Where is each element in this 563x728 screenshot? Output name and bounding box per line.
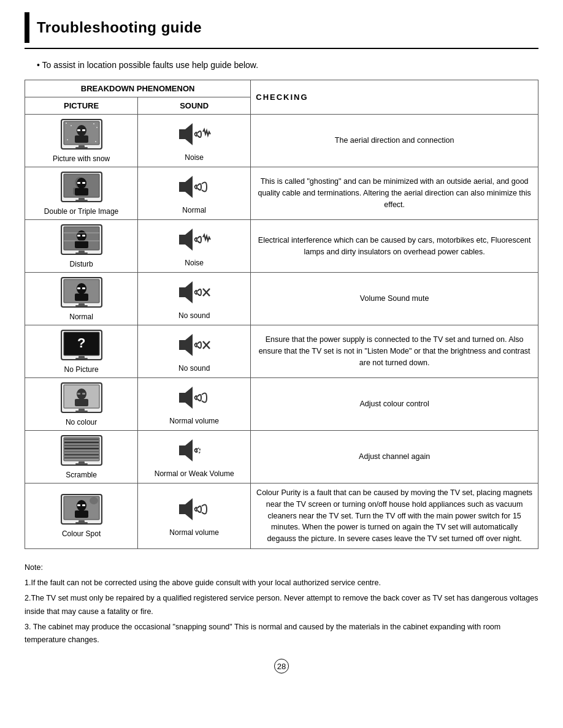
note-item-1: 1.If the fault can not be corrected usin… — [25, 577, 538, 590]
picture-cell-5: ? No Picture — [25, 325, 138, 378]
table-row: Scramble Normal or Weak Volume Adjust ch… — [25, 431, 538, 483]
svg-rect-23 — [77, 182, 80, 184]
picture-cell-3: Disturb — [25, 220, 138, 273]
svg-rect-22 — [75, 188, 88, 195]
svg-marker-50 — [185, 281, 193, 303]
sound-label-5: No sound — [143, 364, 245, 373]
picture-cell-8: Colour Spot — [25, 483, 138, 549]
sound-label-6: Normal volume — [143, 417, 245, 425]
note-item-2: 2.The TV set must only be repaired by a … — [25, 592, 538, 618]
sound-label-1: Noise — [143, 153, 245, 162]
svg-text:?: ? — [77, 335, 85, 351]
checking-text-6: Adjust colour control — [251, 378, 538, 431]
svg-rect-69 — [75, 411, 88, 412]
svg-rect-49 — [179, 287, 185, 297]
svg-rect-4 — [75, 135, 88, 143]
picture-label-2: Double or Triple Image — [30, 207, 132, 216]
svg-rect-66 — [77, 393, 80, 395]
sound-label-4: No sound — [143, 311, 245, 320]
svg-rect-58 — [179, 340, 185, 350]
svg-point-9 — [93, 123, 94, 124]
table-row: ? No Picture No sound Ensure that the po… — [25, 325, 538, 378]
svg-rect-94 — [179, 504, 185, 514]
svg-rect-57 — [75, 358, 88, 359]
svg-rect-27 — [179, 182, 185, 192]
sound-cell-5: No sound — [138, 325, 251, 378]
notes-section: Note: 1.If the fault can not be correcte… — [25, 561, 538, 647]
svg-marker-16 — [185, 123, 193, 145]
svg-rect-32 — [75, 241, 88, 248]
page-number-section: 28 — [25, 659, 538, 673]
table-row: Picture with snow Noise The aerial direc… — [25, 115, 538, 167]
svg-rect-24 — [82, 182, 85, 184]
svg-rect-89 — [77, 504, 80, 506]
svg-marker-84 — [185, 439, 193, 461]
svg-rect-48 — [75, 305, 88, 306]
page-title: Troubleshooting guide — [37, 19, 202, 36]
checking-text-7: Adjust channel again — [251, 431, 538, 483]
noise-icon-1 — [174, 119, 214, 149]
picture-cell-2: Double or Triple Image — [25, 167, 138, 220]
no-sound-icon-4 — [174, 278, 214, 307]
checking-header: CHECKING — [251, 80, 538, 115]
tv-nocolour-icon — [60, 382, 103, 414]
svg-point-11 — [67, 139, 68, 140]
sound-label-2: Normal — [143, 206, 245, 214]
sound-cell-6: Normal volume — [138, 378, 251, 431]
svg-rect-93 — [75, 522, 88, 523]
svg-rect-67 — [82, 393, 85, 395]
picture-label-8: Colour Spot — [30, 529, 132, 538]
page-header: Troubleshooting guide — [25, 12, 538, 49]
checking-text-1: The aerial direction and connection — [251, 115, 538, 167]
svg-rect-33 — [77, 235, 80, 237]
picture-cell-4: Normal — [25, 273, 138, 325]
table-row: Double or Triple Image Normal This is ca… — [25, 167, 538, 220]
svg-rect-34 — [82, 235, 85, 237]
svg-point-7 — [66, 123, 67, 124]
checking-text-2: This is called "ghosting" and can be min… — [251, 167, 538, 220]
picture-cell-1: Picture with snow — [25, 115, 138, 167]
table-row: Disturb Noise Electrical interference wh… — [25, 220, 538, 273]
sound-cell-8: Normal volume — [138, 483, 251, 549]
svg-rect-83 — [179, 446, 185, 455]
sound-cell-1: Noise — [138, 115, 251, 167]
table-row: No colour Normal volume Adjust colour co… — [25, 378, 538, 431]
table-row: Normal No sound Volume Sound mute — [25, 273, 538, 325]
checking-text-4: Volume Sound mute — [251, 273, 538, 325]
picture-label-6: No colour — [30, 418, 132, 427]
header-bar — [25, 12, 29, 43]
tv-nopicture-icon: ? — [60, 329, 103, 361]
notes-title: Note: — [25, 561, 538, 574]
svg-point-12 — [95, 141, 96, 142]
no-sound-icon-5 — [174, 330, 214, 360]
normal-volume-icon-8 — [174, 495, 214, 524]
svg-rect-46 — [82, 287, 85, 289]
svg-rect-45 — [77, 287, 80, 289]
tv-scramble-icon — [60, 434, 103, 466]
picture-label-7: Scramble — [30, 471, 132, 479]
picture-cell-6: No colour — [25, 378, 138, 431]
breakdown-header: BREAKDOWN PHENOMENON — [25, 80, 251, 97]
tv-double-icon — [60, 171, 103, 203]
svg-point-91 — [90, 497, 98, 504]
svg-marker-71 — [185, 387, 193, 409]
sound-cell-3: Noise — [138, 220, 251, 273]
note-item-3: 3. The cabinet may produce the occasiona… — [25, 621, 538, 647]
tv-disturb-icon — [60, 224, 103, 256]
svg-rect-90 — [82, 504, 85, 506]
svg-point-10 — [96, 127, 98, 128]
picture-label-3: Disturb — [30, 260, 132, 268]
svg-rect-15 — [179, 129, 185, 139]
tv-snow-icon — [60, 118, 103, 150]
svg-marker-95 — [185, 498, 193, 520]
svg-rect-82 — [75, 463, 88, 464]
intro-text: To assist in location possible faults us… — [37, 60, 538, 70]
svg-marker-59 — [185, 334, 193, 356]
svg-rect-39 — [179, 235, 185, 245]
svg-rect-26 — [75, 200, 88, 201]
svg-rect-6 — [82, 129, 85, 131]
svg-rect-70 — [179, 393, 185, 403]
picture-label-1: Picture with snow — [30, 154, 132, 163]
tv-colourspot-icon — [60, 493, 103, 525]
page-number: 28 — [274, 659, 289, 673]
